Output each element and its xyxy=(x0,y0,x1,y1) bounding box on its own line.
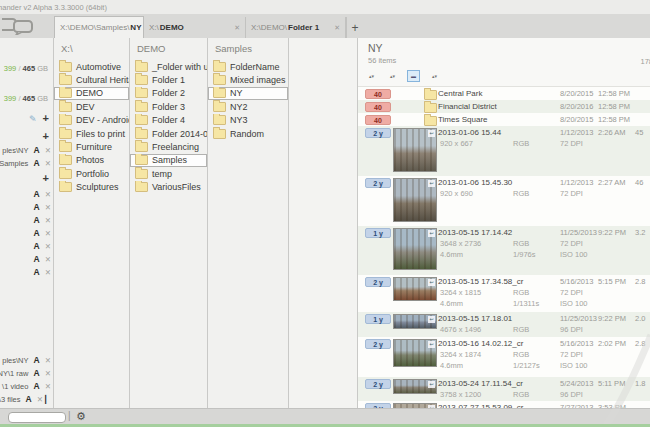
folder-item[interactable]: Samples xyxy=(130,154,207,167)
auto-tag-letter[interactable]: A xyxy=(33,145,39,155)
photo-thumbnail[interactable]: ↩ xyxy=(393,178,437,222)
folder-item[interactable]: Automotive xyxy=(54,60,129,73)
auto-tag-letter[interactable]: A xyxy=(33,254,39,264)
auto-tag-letter[interactable]: A xyxy=(33,355,39,365)
tag-row[interactable]: ples\NY A ✕ xyxy=(2,144,51,157)
remove-tag-icon[interactable]: ✕ xyxy=(45,229,51,238)
folder-item[interactable]: VariousFiles xyxy=(130,181,207,194)
folder-item[interactable]: Random xyxy=(208,127,288,140)
folder-row[interactable]: 40 Times Square 8/20/2015 12:58 PM xyxy=(358,113,650,126)
folder-item[interactable]: NY xyxy=(208,87,288,100)
photo-thumbnail[interactable]: ↩ xyxy=(393,228,437,270)
auto-tag-letter[interactable]: A xyxy=(33,228,39,238)
file-row[interactable]: 2 y ↩ 2013-07-27 15.53.09_cr 7/27/2013 3… xyxy=(358,401,650,408)
tab[interactable]: X:\DEMO\Samples\NY ✕ xyxy=(54,16,144,38)
folder-item[interactable]: Folder 3 xyxy=(130,100,207,113)
folder-item[interactable]: Furniture xyxy=(54,140,129,153)
folder-item[interactable]: Cultural Heritage xyxy=(54,73,129,86)
remove-tag-icon[interactable]: ✕ xyxy=(37,395,43,404)
remove-tag-icon[interactable]: ✕ xyxy=(45,216,51,225)
auto-tag-letter[interactable]: A xyxy=(33,202,39,212)
remove-tag-icon[interactable]: ✕ xyxy=(45,268,51,277)
auto-tag-letter[interactable]: A xyxy=(33,189,39,199)
tag-row[interactable]: Samples A ✕ xyxy=(0,157,51,170)
tag-row[interactable]: A ✕ xyxy=(30,266,51,279)
auto-tag-letter[interactable]: A xyxy=(33,381,39,391)
folder-item[interactable]: Mixed images xyxy=(208,73,288,86)
tag-row[interactable]: A ✕ xyxy=(30,227,51,240)
tag-row[interactable]: ples\NY A ✕ xyxy=(2,354,51,367)
folder-item[interactable]: DEMO xyxy=(54,87,129,100)
filter-input[interactable] xyxy=(8,412,66,423)
file-row[interactable]: 2 y ↩ 2013-05-15 17.34.58_cr 3264 x 1815… xyxy=(358,275,650,312)
folder-item[interactable]: temp xyxy=(130,167,207,180)
tag-row[interactable]: NY\1 raw A ✕ xyxy=(0,367,51,380)
remove-tag-icon[interactable]: ✕ xyxy=(45,203,51,212)
folder-item[interactable]: Folder 1 xyxy=(130,73,207,86)
chat-bubbles-icon[interactable] xyxy=(2,17,38,39)
folder-item[interactable]: Folder 4 xyxy=(130,114,207,127)
file-row[interactable]: 2 y ↩ 2013-05-24 17.11.54_cr 3758 x 1200… xyxy=(358,377,650,401)
auto-tag-letter[interactable]: A xyxy=(33,215,39,225)
gear-icon[interactable]: ⚙ xyxy=(76,410,86,423)
tab-close-icon[interactable]: ✕ xyxy=(229,24,240,32)
tag-row[interactable]: NY\3 files A ✕ ▏ xyxy=(0,393,51,406)
photo-thumbnail[interactable]: ↩ xyxy=(393,339,437,367)
folder-item[interactable]: Files to print xyxy=(54,127,129,140)
tag-row[interactable]: A ✕ xyxy=(30,188,51,201)
file-row[interactable]: 2 y ↩ 2013-01-06 15.45.30 920 x 690 RGB … xyxy=(358,176,650,226)
tab[interactable]: X:\DEMO ✕ xyxy=(144,17,246,38)
auto-tag-letter[interactable]: A xyxy=(26,394,32,404)
file-row[interactable]: 1 y ↩ 2013-05-15 17.14.42 3648 x 2736 4.… xyxy=(358,226,650,275)
add-tag-button[interactable]: + xyxy=(43,172,49,184)
add-tag-button[interactable]: + xyxy=(43,112,49,124)
photo-thumbnail[interactable]: ↩ xyxy=(393,314,437,329)
auto-tag-letter[interactable]: A xyxy=(33,267,39,277)
file-row[interactable]: 2 y ↩ 2013-01-06 15.44 920 x 667 RGB 1/1… xyxy=(358,126,650,176)
auto-tag-letter[interactable]: A xyxy=(33,158,39,168)
folder-item[interactable]: NY3 xyxy=(208,114,288,127)
edit-pencil-icon[interactable]: ✎ xyxy=(29,114,37,124)
tab-close-icon[interactable]: ✕ xyxy=(329,24,340,32)
photo-thumbnail[interactable]: ↩ xyxy=(393,379,437,394)
auto-tag-letter[interactable]: A xyxy=(33,241,39,251)
folder-item[interactable]: DEV - Android xyxy=(54,114,129,127)
tag-row[interactable]: A ✕ xyxy=(30,201,51,214)
folder-item[interactable]: Folder 2 xyxy=(130,87,207,100)
remove-tag-icon[interactable]: ✕ xyxy=(45,255,51,264)
tag-row[interactable]: A ✕ xyxy=(30,240,51,253)
remove-tag-icon[interactable]: ✕ xyxy=(45,242,51,251)
sort-button[interactable]: ▴▾ xyxy=(428,70,441,82)
file-row[interactable]: 2 y ↩ 2013-05-16 14.02.12_cr 3264 x 1874… xyxy=(358,337,650,377)
new-tab-button[interactable]: + xyxy=(346,17,363,38)
folder-row[interactable]: 40 Financial District 8/20/2016 12:58 PM xyxy=(358,100,650,113)
tab[interactable]: X:\DEMO\Folder 1 ✕ xyxy=(246,17,346,38)
folder-item[interactable]: FolderName xyxy=(208,60,288,73)
folder-row[interactable]: 40 Central Park 8/20/2015 12:58 PM xyxy=(358,87,650,100)
folder-item[interactable]: Sculptures xyxy=(54,181,129,194)
remove-tag-icon[interactable]: ✕ xyxy=(45,190,51,199)
folder-item[interactable]: Folder 2014-07-15 xyxy=(130,127,207,140)
folder-item[interactable]: Freelancing xyxy=(130,140,207,153)
folder-item[interactable]: DEV xyxy=(54,100,129,113)
file-row[interactable]: 1 y ↩ 2013-05-15 17.18.01 4676 x 1496 RG… xyxy=(358,312,650,337)
tag-row[interactable]: A ✕ xyxy=(30,253,51,266)
tag-row[interactable]: \1 video A ✕ xyxy=(2,380,51,393)
folder-item[interactable]: _Folder with unde xyxy=(130,60,207,73)
auto-tag-letter[interactable]: A xyxy=(33,368,39,378)
folder-item[interactable]: Photos xyxy=(54,154,129,167)
add-tag-button[interactable]: + xyxy=(43,130,49,142)
remove-tag-icon[interactable]: ✕ xyxy=(45,159,51,168)
sort-button[interactable]: ▴▾ xyxy=(386,70,399,82)
photo-thumbnail[interactable]: ↩ xyxy=(393,277,437,301)
folder-item[interactable]: Portfolio xyxy=(54,167,129,180)
sort-button[interactable]: ▴▾ xyxy=(365,70,378,82)
sort-button[interactable]: ▬ xyxy=(407,70,420,82)
photo-thumbnail[interactable]: ↩ xyxy=(393,128,437,172)
remove-tag-icon[interactable]: ✕ xyxy=(45,146,51,155)
remove-tag-icon[interactable]: ✕ xyxy=(45,356,51,365)
remove-tag-icon[interactable]: ✕ xyxy=(45,382,51,391)
tag-row[interactable]: A ✕ xyxy=(30,214,51,227)
folder-item[interactable]: NY2 xyxy=(208,100,288,113)
remove-tag-icon[interactable]: ✕ xyxy=(45,369,51,378)
